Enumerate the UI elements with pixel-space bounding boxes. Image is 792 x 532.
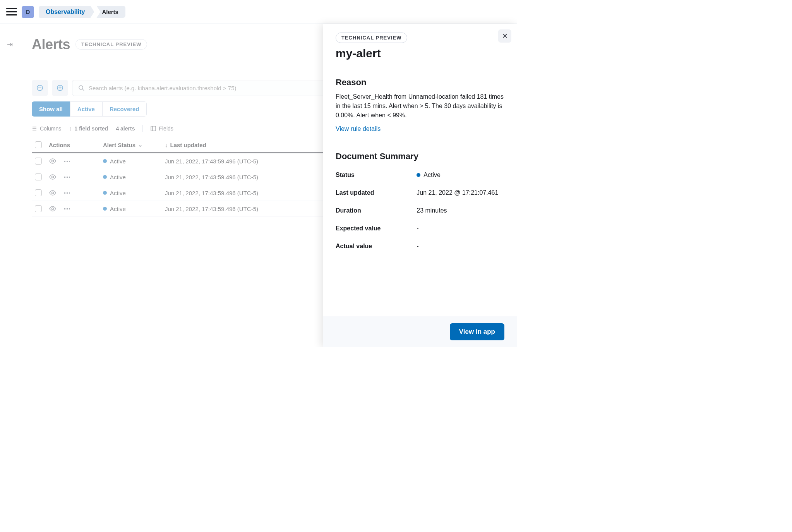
- status-dot-icon: [103, 159, 107, 163]
- flyout-title: my-alert: [336, 47, 504, 60]
- summary-row-actual: Actual value -: [336, 237, 504, 255]
- svg-point-16: [52, 176, 54, 178]
- more-actions-icon[interactable]: [63, 160, 71, 162]
- columns-label: Columns: [40, 125, 61, 132]
- more-actions-icon[interactable]: [63, 176, 71, 178]
- sort-label: 1 field sorted: [74, 125, 108, 132]
- close-icon: ✕: [502, 32, 508, 40]
- flyout-footer: View in app: [323, 316, 517, 347]
- close-button[interactable]: ✕: [498, 29, 511, 43]
- alert-flyout: ✕ TECHNICAL PREVIEW my-alert Reason Flee…: [323, 24, 517, 347]
- reason-text: Fleet_Server_Health from Unnamed-locatio…: [336, 92, 504, 120]
- sidebar-collapsed: ⇥: [0, 24, 19, 347]
- columns-button[interactable]: Columns: [32, 125, 61, 132]
- svg-line-6: [82, 89, 84, 91]
- svg-point-5: [79, 86, 83, 89]
- svg-rect-26: [67, 208, 68, 209]
- th-status[interactable]: Alert Status ⌄: [100, 137, 162, 153]
- flyout-header: ✕ TECHNICAL PREVIEW my-alert: [323, 24, 517, 68]
- svg-point-12: [52, 160, 54, 162]
- technical-preview-badge: TECHNICAL PREVIEW: [336, 33, 407, 43]
- view-icon[interactable]: [49, 205, 57, 213]
- summary-row-status: Status Active: [336, 166, 504, 184]
- status-cell: Active: [103, 190, 159, 196]
- svg-point-24: [52, 208, 54, 210]
- view-in-app-button[interactable]: View in app: [450, 323, 504, 340]
- status-text: Active: [110, 174, 126, 180]
- status-dot-icon: [103, 191, 107, 195]
- row-checkbox[interactable]: [35, 205, 42, 212]
- svg-rect-22: [67, 192, 68, 194]
- summary-value: -: [417, 243, 504, 250]
- sort-icon: ↕: [69, 125, 72, 132]
- chevron-down-icon: ⌄: [138, 141, 143, 148]
- technical-preview-badge: TECHNICAL PREVIEW: [75, 39, 147, 50]
- svg-rect-23: [69, 192, 70, 194]
- svg-rect-25: [64, 208, 65, 209]
- summary-label: Actual value: [336, 243, 417, 250]
- svg-rect-18: [67, 177, 68, 178]
- fields-icon: [151, 126, 156, 131]
- th-updated-label: Last updated: [170, 142, 206, 148]
- svg-rect-14: [67, 161, 68, 162]
- summary-value: 23 minutes: [417, 207, 504, 214]
- view-rule-details-link[interactable]: View rule details: [336, 125, 381, 132]
- th-actions: Actions: [46, 137, 100, 153]
- add-filter-button[interactable]: [52, 80, 68, 96]
- th-status-label: Alert Status: [103, 142, 135, 148]
- status-dot-icon: [417, 173, 420, 177]
- select-all-checkbox[interactable]: [35, 141, 42, 148]
- summary-value: Active: [417, 172, 504, 178]
- status-cell: Active: [103, 158, 159, 165]
- fields-label: Fields: [159, 125, 173, 132]
- tab-active[interactable]: Active: [70, 101, 102, 117]
- meta-divider: [142, 125, 143, 132]
- svg-rect-15: [69, 161, 70, 162]
- summary-label: Expected value: [336, 225, 417, 232]
- row-checkbox[interactable]: [35, 173, 42, 180]
- app-header: D Observability Alerts: [0, 0, 517, 24]
- summary-value: Jun 21, 2022 @ 17:21:07.461: [417, 189, 504, 196]
- status-cell: Active: [103, 206, 159, 212]
- more-actions-icon[interactable]: [63, 192, 71, 194]
- svg-point-20: [52, 192, 54, 194]
- summary-row-expected: Expected value -: [336, 220, 504, 237]
- columns-icon: [32, 126, 37, 131]
- status-text: Active: [110, 206, 126, 212]
- avatar[interactable]: D: [22, 6, 34, 18]
- view-icon[interactable]: [49, 173, 57, 181]
- summary-heading: Document Summary: [336, 151, 504, 161]
- breadcrumb-root[interactable]: Observability: [39, 6, 94, 18]
- breadcrumb-current: Alerts: [93, 6, 125, 18]
- svg-rect-13: [64, 161, 65, 162]
- tab-show-all[interactable]: Show all: [32, 101, 70, 117]
- hamburger-menu-icon[interactable]: [6, 7, 17, 17]
- filter-tabs: Show all Active Recovered: [32, 101, 147, 117]
- more-actions-icon[interactable]: [63, 208, 71, 210]
- svg-rect-27: [69, 208, 70, 209]
- summary-row-updated: Last updated Jun 21, 2022 @ 17:21:07.461: [336, 184, 504, 202]
- status-cell: Active: [103, 174, 159, 180]
- row-checkbox[interactable]: [35, 158, 42, 165]
- filter-toggle-button[interactable]: [32, 80, 48, 96]
- view-icon[interactable]: [49, 189, 57, 197]
- status-dot-icon: [103, 175, 107, 179]
- view-icon[interactable]: [49, 157, 57, 165]
- svg-rect-10: [151, 126, 156, 131]
- search-icon: [78, 84, 85, 91]
- summary-label: Status: [336, 172, 417, 178]
- svg-rect-17: [64, 177, 65, 178]
- svg-rect-21: [64, 192, 65, 194]
- summary-label: Last updated: [336, 189, 417, 196]
- reason-heading: Reason: [336, 77, 504, 88]
- row-checkbox[interactable]: [35, 189, 42, 196]
- status-dot-icon: [103, 207, 107, 211]
- sort-button[interactable]: ↕ 1 field sorted: [69, 125, 108, 132]
- fields-button[interactable]: Fields: [151, 125, 173, 132]
- breadcrumb: Observability Alerts: [39, 6, 125, 18]
- status-value-text: Active: [423, 172, 441, 178]
- summary-value: -: [417, 225, 504, 232]
- expand-sidebar-icon[interactable]: ⇥: [7, 40, 13, 49]
- tab-recovered[interactable]: Recovered: [102, 101, 147, 117]
- sort-desc-icon: ↓: [165, 142, 168, 148]
